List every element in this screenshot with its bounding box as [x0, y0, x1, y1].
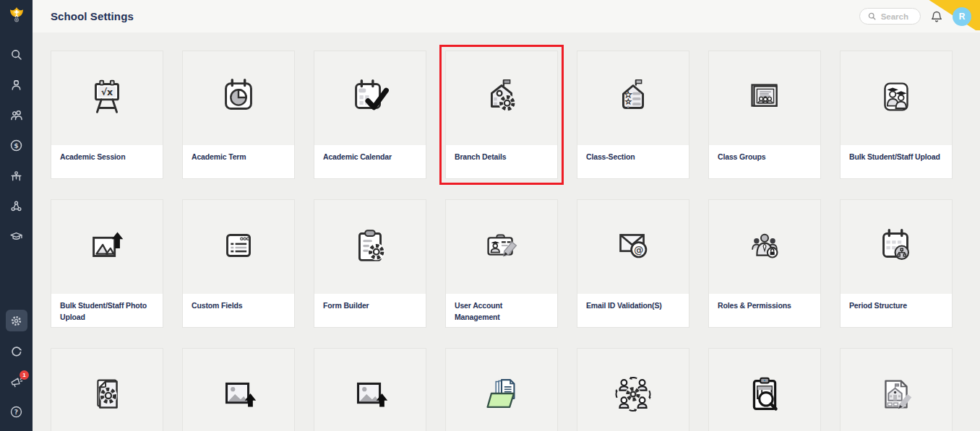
card-label-area: Form Builder [314, 294, 426, 327]
sidebar-item-network[interactable] [0, 191, 33, 221]
image-upload-icon [348, 372, 392, 419]
sidebar-item-academics[interactable] [0, 221, 33, 251]
card-label-area: Custom Fields [183, 294, 294, 327]
card-icon-area [841, 349, 952, 431]
card-label-area: Email ID Validation(S) [577, 294, 689, 327]
card-icon-area: @ [577, 200, 689, 294]
card-label: User Account Management [455, 300, 549, 323]
people-gear-cycle-icon [611, 372, 656, 419]
card-label: Academic Calendar [323, 152, 418, 163]
search-button[interactable]: Search [859, 8, 921, 25]
card-row3-clipboard-audit[interactable] [708, 348, 821, 431]
dollar-icon: $ [6, 134, 27, 156]
page-title: School Settings [51, 10, 134, 22]
sidebar-item-help[interactable]: ? [0, 396, 33, 427]
card-row3-image-upload-a[interactable] [182, 348, 295, 431]
card-icon-area [841, 51, 952, 145]
card-period-structure[interactable]: Period Structure [840, 199, 953, 328]
sidebar-item-finance[interactable]: $ [0, 130, 33, 160]
sidebar-item-sync[interactable] [0, 336, 33, 366]
easel-math-icon: √x [85, 74, 129, 122]
card-label: Branch Details [455, 152, 549, 163]
card-row3-people-workflow[interactable] [577, 348, 689, 431]
card-label: Bulk Student/Staff Upload [849, 152, 944, 163]
card-roles-permissions[interactable]: Roles & Permissions [708, 199, 821, 328]
card-icon-area [577, 349, 689, 431]
card-label-area: Academic Calendar [314, 145, 426, 178]
settings-card-grid: √xAcademic SessionAcademic TermAcademic … [51, 51, 980, 431]
svg-text:@: @ [634, 244, 644, 256]
calendar-pie-icon [216, 74, 261, 122]
card-academic-term[interactable]: Academic Term [182, 51, 295, 179]
card-label: Custom Fields [192, 300, 286, 312]
card-bulk-student-staff-upload[interactable]: Bulk Student/Staff Upload [840, 51, 953, 179]
card-icon-area [314, 349, 426, 431]
card-class-section[interactable]: ★★★Class-Section [577, 51, 689, 179]
svg-text:★: ★ [627, 105, 630, 109]
card-icon-area [446, 349, 557, 431]
folder-files-icon [479, 372, 524, 419]
sidebar-item-search[interactable] [0, 39, 33, 69]
school-trophy-logo-icon[interactable] [0, 0, 33, 33]
card-label-area: Bulk Student/Staff Upload [841, 145, 952, 178]
card-icon-area: √x [51, 51, 163, 145]
card-icon-area [709, 349, 820, 431]
card-bulk-photo-upload[interactable]: Bulk Student/Staff Photo Upload [51, 199, 163, 328]
class-photo-icon [742, 74, 787, 122]
calendar-hierarchy-icon [874, 223, 919, 271]
school-doc-pencil-icon [874, 372, 919, 419]
card-icon-area [446, 200, 557, 294]
card-label-area: Academic Term [183, 145, 294, 178]
card-label: Bulk Student/Staff Photo Upload [60, 300, 155, 323]
window-list-icon [216, 223, 261, 271]
sidebar-item-settings[interactable] [0, 305, 33, 336]
svg-text:?: ? [14, 407, 18, 415]
sidebar-item-student[interactable] [0, 69, 33, 100]
card-icon-area [709, 51, 820, 145]
campus-icon [6, 165, 27, 186]
card-row3-folder-files[interactable] [445, 348, 558, 431]
network-icon [6, 195, 27, 217]
card-custom-fields[interactable]: Custom Fields [182, 199, 295, 328]
card-label: Form Builder [323, 300, 418, 312]
avatar[interactable]: R [953, 7, 971, 26]
notifications-bell-icon[interactable] [930, 9, 943, 23]
card-label: Academic Session [60, 152, 155, 163]
card-label-area: Branch Details [446, 145, 557, 178]
sidebar-item-announcements[interactable]: 1 [0, 366, 33, 396]
card-icon-area [51, 349, 163, 431]
card-label: Email ID Validation(S) [586, 300, 681, 312]
card-icon-area [51, 200, 163, 294]
card-icon-area: ★★★ [577, 51, 689, 145]
card-label: Roles & Permissions [718, 300, 812, 312]
sync-icon [6, 340, 27, 362]
card-label: Academic Term [192, 152, 286, 163]
card-academic-calendar[interactable]: Academic Calendar [314, 51, 426, 179]
badge-stars-icon: ★★★ [611, 74, 656, 122]
card-icon-area [183, 51, 294, 145]
card-label: Class-Section [586, 152, 681, 163]
card-row3-image-upload-b[interactable] [314, 348, 426, 431]
card-row3-school-doc-edit[interactable] [840, 348, 953, 431]
card-user-account-management[interactable]: User Account Management [445, 199, 558, 328]
card-branch-details[interactable]: Branch Details [445, 51, 558, 179]
card-email-id-validation[interactable]: @Email ID Validation(S) [577, 199, 689, 328]
card-class-groups[interactable]: Class Groups [708, 51, 821, 179]
header: School Settings Search R [33, 0, 980, 32]
sidebar-item-campus[interactable] [0, 160, 33, 191]
card-label-area: Period Structure [841, 294, 952, 327]
card-row3-document-settings[interactable] [51, 348, 163, 431]
student-icon [6, 74, 27, 95]
card-label: Period Structure [849, 300, 944, 312]
document-gear-icon [85, 372, 129, 419]
help-icon: ? [6, 401, 27, 422]
card-icon-area [841, 200, 952, 294]
graduates-icon [874, 74, 919, 122]
sidebar-item-people[interactable] [0, 100, 33, 130]
card-label-area: Academic Session [51, 145, 163, 178]
card-academic-session[interactable]: √xAcademic Session [51, 51, 163, 179]
people-lock-icon [742, 223, 787, 271]
card-form-builder[interactable]: Form Builder [314, 199, 426, 328]
card-icon-area [314, 51, 426, 145]
card-label-area: Bulk Student/Staff Photo Upload [51, 294, 163, 327]
